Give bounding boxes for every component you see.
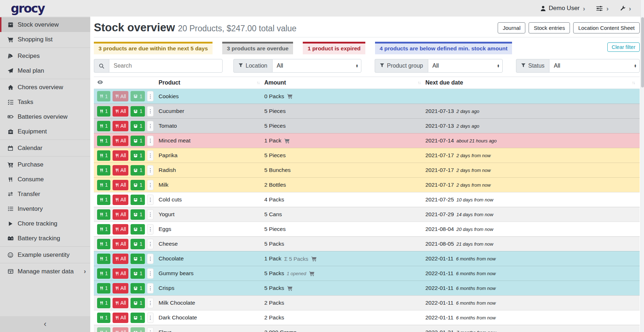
open-one-button[interactable]: 1 bbox=[131, 180, 145, 190]
sidebar-item-stock-overview[interactable]: Stock overview › bbox=[0, 17, 90, 32]
row-menu-button[interactable]: ⋮ bbox=[147, 150, 154, 161]
open-one-button[interactable]: 1 bbox=[131, 254, 145, 264]
column-header-next-due-date[interactable]: Next due date↑↓ bbox=[425, 79, 640, 86]
consume-one-button[interactable]: 1 bbox=[97, 254, 110, 264]
product-name[interactable]: Cookies bbox=[159, 93, 179, 100]
consume-all-button[interactable]: All bbox=[113, 327, 129, 332]
product-name[interactable]: Tomato bbox=[159, 123, 177, 129]
row-menu-button[interactable]: ⋮ bbox=[147, 195, 154, 205]
consume-one-button[interactable]: 1 bbox=[97, 136, 110, 146]
consume-one-button[interactable]: 1 bbox=[97, 106, 110, 117]
consume-one-button[interactable]: 1 bbox=[97, 224, 110, 235]
consume-one-button[interactable]: 1 bbox=[97, 239, 110, 249]
sidebar-item-calendar[interactable]: Calendar › bbox=[0, 141, 90, 155]
product-name[interactable]: Paprika bbox=[159, 152, 178, 159]
row-menu-button[interactable]: ⋮ bbox=[147, 239, 154, 249]
stock-entries-button[interactable]: Stock entries bbox=[529, 22, 570, 33]
product-name[interactable]: Cucumber bbox=[159, 108, 184, 114]
location-content-sheet-button[interactable]: Location Content Sheet bbox=[573, 22, 640, 33]
eye-icon[interactable] bbox=[97, 79, 103, 87]
consume-one-button[interactable]: 1 bbox=[97, 165, 110, 176]
filter-select[interactable]: All ▴▾ bbox=[428, 59, 503, 73]
consume-all-button[interactable]: All bbox=[113, 224, 129, 235]
sidebar-item-purchase[interactable]: Purchase › bbox=[0, 157, 90, 172]
product-name[interactable]: Milk bbox=[159, 182, 169, 188]
settings-menu[interactable]: › bbox=[596, 5, 608, 12]
open-one-button[interactable]: 1 bbox=[131, 121, 145, 131]
consume-one-button[interactable]: 1 bbox=[97, 150, 110, 161]
product-name[interactable]: Milk Chocolate bbox=[159, 300, 195, 306]
consume-all-button[interactable]: All bbox=[113, 106, 129, 117]
sidebar-item-inventory[interactable]: Inventory › bbox=[0, 201, 90, 216]
row-menu-button[interactable]: ⋮ bbox=[147, 298, 154, 308]
sidebar-item-chore-tracking[interactable]: Chore tracking › bbox=[0, 216, 90, 231]
row-menu-button[interactable]: ⋮ bbox=[147, 121, 154, 131]
consume-all-button[interactable]: All bbox=[113, 254, 129, 264]
open-one-button[interactable]: 1 bbox=[131, 313, 145, 323]
product-name[interactable]: Radish bbox=[159, 167, 176, 173]
sidebar-item-recipes[interactable]: Recipes › bbox=[0, 49, 90, 63]
product-name[interactable]: Gummy bears bbox=[159, 270, 193, 277]
consume-all-button[interactable]: All bbox=[113, 268, 129, 279]
open-one-button[interactable]: 1 bbox=[131, 150, 145, 161]
product-name[interactable]: Cheese bbox=[159, 241, 178, 247]
consume-one-button[interactable]: 1 bbox=[97, 313, 110, 323]
open-one-button[interactable]: 1 bbox=[131, 165, 145, 176]
consume-one-button[interactable]: 1 bbox=[97, 195, 110, 205]
consume-one-button[interactable]: 1 bbox=[97, 298, 110, 308]
consume-all-button[interactable]: All bbox=[113, 313, 129, 323]
column-header-amount[interactable]: Amount↑↓ bbox=[264, 79, 425, 86]
row-menu-button[interactable]: ⋮ bbox=[147, 313, 154, 323]
consume-all-button[interactable]: All bbox=[113, 298, 129, 308]
filter-select[interactable]: All ▴▾ bbox=[272, 59, 362, 73]
scrollbar-thumb[interactable] bbox=[641, 17, 644, 87]
sidebar-item-shopping-list[interactable]: Shopping list › bbox=[0, 32, 90, 47]
column-header-product[interactable]: Product↑↓ bbox=[159, 79, 264, 86]
sidebar-item-meal-plan[interactable]: Meal plan › bbox=[0, 63, 90, 78]
consume-all-button[interactable]: All bbox=[113, 136, 129, 146]
user-menu[interactable]: Demo User › bbox=[540, 5, 585, 12]
row-menu-button[interactable]: ⋮ bbox=[147, 327, 154, 332]
sidebar-item-transfer[interactable]: Transfer › bbox=[0, 187, 90, 201]
sidebar-item-consume[interactable]: Consume › bbox=[0, 172, 90, 187]
sidebar-item-battery-tracking[interactable]: Battery tracking › bbox=[0, 231, 90, 246]
clear-filter-button[interactable]: Clear filter bbox=[607, 42, 640, 52]
consume-all-button[interactable]: All bbox=[113, 165, 129, 176]
consume-one-button[interactable]: 1 bbox=[97, 327, 110, 332]
row-menu-button[interactable]: ⋮ bbox=[147, 91, 154, 101]
journal-button[interactable]: Journal bbox=[498, 22, 525, 33]
consume-one-button[interactable]: 1 bbox=[97, 268, 110, 279]
row-menu-button[interactable]: ⋮ bbox=[147, 254, 154, 264]
product-name[interactable]: Chocolate bbox=[159, 255, 184, 262]
open-one-button[interactable]: 1 bbox=[131, 91, 145, 101]
consume-all-button[interactable]: All bbox=[113, 150, 129, 161]
product-name[interactable]: Yogurt bbox=[159, 211, 174, 218]
consume-one-button[interactable]: 1 bbox=[97, 91, 110, 101]
consume-one-button[interactable]: 1 bbox=[97, 283, 110, 294]
open-one-button[interactable]: 1 bbox=[131, 224, 145, 235]
sidebar-item-chores-overview[interactable]: Chores overview › bbox=[0, 80, 90, 95]
open-one-button[interactable]: 1 bbox=[131, 209, 145, 220]
sidebar-item-tasks[interactable]: Tasks › bbox=[0, 95, 90, 109]
sidebar-item-example-userentity[interactable]: Example userentity › bbox=[0, 247, 90, 262]
row-menu-button[interactable]: ⋮ bbox=[147, 136, 154, 146]
filter-select[interactable]: All ▴▾ bbox=[549, 59, 640, 73]
search-input[interactable] bbox=[109, 59, 223, 73]
consume-one-button[interactable]: 1 bbox=[97, 209, 110, 220]
row-menu-button[interactable]: ⋮ bbox=[147, 268, 154, 279]
open-one-button[interactable]: 1 bbox=[131, 327, 145, 332]
sidebar-item-batteries-overview[interactable]: Batteries overview › bbox=[0, 109, 90, 124]
sidebar-collapse-button[interactable]: ‹ bbox=[0, 316, 90, 332]
scrollbar[interactable] bbox=[640, 0, 644, 332]
consume-all-button[interactable]: All bbox=[113, 180, 129, 190]
admin-menu[interactable]: › bbox=[620, 5, 631, 12]
consume-all-button[interactable]: All bbox=[113, 195, 129, 205]
product-name[interactable]: Minced meat bbox=[159, 137, 191, 144]
open-one-button[interactable]: 1 bbox=[131, 195, 145, 205]
consume-all-button[interactable]: All bbox=[113, 121, 129, 131]
product-name[interactable]: Dark Chocolate bbox=[159, 314, 197, 321]
consume-all-button[interactable]: All bbox=[113, 91, 129, 101]
consume-all-button[interactable]: All bbox=[113, 209, 129, 220]
open-one-button[interactable]: 1 bbox=[131, 298, 145, 308]
row-menu-button[interactable]: ⋮ bbox=[147, 165, 154, 176]
